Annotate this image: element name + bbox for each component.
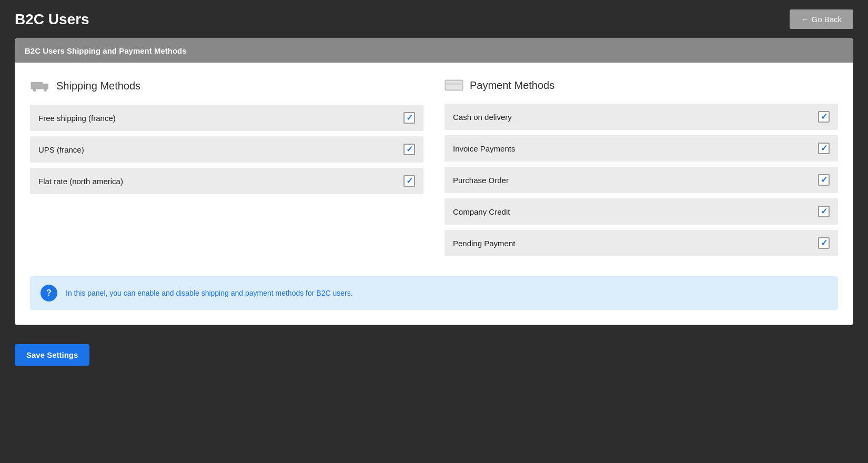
page-header: B2C Users ← Go Back [0, 0, 868, 38]
payment-method-row: Purchase Order [445, 167, 838, 193]
shipping-column: Shipping Methods Free shipping (france)U… [30, 78, 423, 261]
payment-section-title: Payment Methods [445, 78, 838, 92]
svg-rect-0 [31, 82, 43, 89]
info-box: ? In this panel, you can enable and disa… [30, 276, 838, 310]
payment-method-checkbox[interactable] [818, 237, 830, 249]
payment-method-row: Cash on delivery [445, 104, 838, 130]
main-panel: B2C Users Shipping and Payment Methods S… [15, 38, 853, 325]
svg-point-3 [44, 88, 47, 92]
svg-marker-1 [43, 84, 48, 89]
payment-method-row: Invoice Payments [445, 135, 838, 162]
payment-method-checkbox[interactable] [818, 111, 830, 123]
save-settings-button[interactable]: Save Settings [15, 344, 89, 366]
shipping-method-row: Free shipping (france) [30, 105, 423, 131]
payment-method-checkbox[interactable] [818, 206, 830, 217]
shipping-methods-list: Free shipping (france)UPS (france)Flat r… [30, 105, 423, 194]
payment-method-row: Company Credit [445, 198, 838, 225]
shipping-method-label: UPS (france) [38, 145, 84, 154]
payment-method-label: Company Credit [453, 207, 510, 216]
content-area: Shipping Methods Free shipping (france)U… [15, 63, 853, 325]
payment-method-label: Cash on delivery [453, 113, 512, 122]
payment-method-checkbox[interactable] [818, 143, 830, 154]
footer: Save Settings [0, 336, 868, 378]
page-title: B2C Users [15, 11, 89, 28]
payment-method-label: Pending Payment [453, 239, 515, 248]
shipping-method-checkbox[interactable] [403, 144, 415, 155]
svg-rect-5 [445, 83, 462, 85]
credit-card-icon [445, 78, 463, 92]
shipping-method-row: Flat rate (north america) [30, 168, 423, 194]
payment-method-label: Invoice Payments [453, 144, 515, 153]
truck-icon [30, 78, 50, 93]
payment-title-text: Payment Methods [470, 79, 554, 92]
shipping-method-row: UPS (france) [30, 136, 423, 163]
payment-method-row: Pending Payment [445, 230, 838, 256]
payment-method-checkbox[interactable] [818, 174, 830, 186]
section-header-title: B2C Users Shipping and Payment Methods [25, 46, 187, 55]
shipping-method-checkbox[interactable] [403, 112, 415, 124]
payment-method-label: Purchase Order [453, 176, 509, 185]
section-header-bar: B2C Users Shipping and Payment Methods [15, 39, 853, 63]
shipping-method-label: Free shipping (france) [38, 114, 116, 123]
shipping-method-checkbox[interactable] [403, 175, 415, 187]
shipping-section-title: Shipping Methods [30, 78, 423, 93]
svg-point-2 [33, 88, 36, 92]
info-text: In this panel, you can enable and disabl… [66, 289, 353, 297]
payment-methods-list: Cash on deliveryInvoice PaymentsPurchase… [445, 104, 838, 256]
go-back-button[interactable]: ← Go Back [790, 9, 853, 29]
info-icon: ? [41, 285, 57, 301]
columns-layout: Shipping Methods Free shipping (france)U… [30, 78, 838, 261]
shipping-title-text: Shipping Methods [56, 80, 140, 92]
payment-column: Payment Methods Cash on deliveryInvoice … [445, 78, 838, 261]
shipping-method-label: Flat rate (north america) [38, 177, 123, 186]
